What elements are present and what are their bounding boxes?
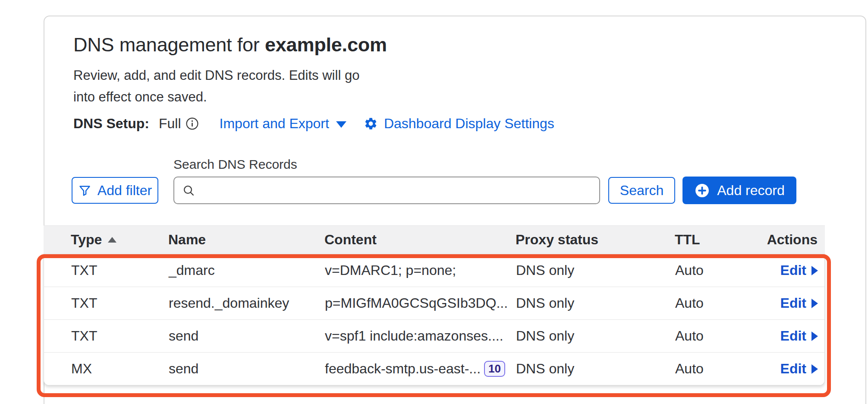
domain-name: example.com (265, 34, 387, 56)
cell-type: MX (44, 361, 169, 377)
cell-ttl: Auto (675, 295, 760, 311)
cell-ttl: Auto (675, 262, 760, 278)
caret-right-icon (811, 331, 818, 341)
table-row-domainkey: TXT resend._domainkey p=MIGfMA0GCSqGSIb3… (44, 287, 824, 319)
column-header-content: Content (324, 232, 516, 248)
page-title: DNS management for example.com (73, 34, 387, 56)
cell-content-text: feedback-smtp.us-east-... (325, 361, 481, 377)
table-row-spf: TXT send v=spf1 include:amazonses.... DN… (44, 319, 824, 352)
cell-proxy-status: DNS only (516, 262, 675, 278)
cell-name: resend._domainkey (169, 295, 325, 311)
cell-proxy-status: DNS only (516, 361, 675, 377)
cell-proxy-status: DNS only (516, 295, 675, 311)
cell-type: TXT (44, 295, 169, 311)
caret-down-icon (336, 121, 346, 128)
table-row-dmarc: TXT _dmarc v=DMARC1; p=none; DNS only Au… (44, 254, 824, 287)
add-filter-button[interactable]: Add filter (72, 177, 158, 204)
column-header-ttl: TTL (675, 232, 760, 248)
caret-right-icon (811, 266, 818, 275)
column-header-type[interactable]: Type (44, 232, 168, 248)
gear-icon (364, 117, 378, 131)
column-header-proxy-status: Proxy status (516, 232, 675, 248)
import-export-button[interactable]: Import and Export (220, 116, 346, 132)
caret-right-icon (811, 299, 818, 308)
sort-ascending-icon (108, 237, 116, 243)
cell-content: feedback-smtp.us-east-... 10 (325, 361, 516, 377)
page-subtitle: Review, add, and edit DNS records. Edits… (73, 65, 367, 108)
cell-ttl: Auto (675, 361, 760, 377)
add-filter-label: Add filter (97, 183, 152, 199)
cell-proxy-status: DNS only (516, 328, 675, 344)
column-header-actions: Actions (760, 232, 829, 248)
edit-label: Edit (780, 262, 806, 278)
edit-label: Edit (780, 361, 806, 377)
cell-ttl: Auto (675, 328, 760, 344)
info-circle-icon[interactable] (186, 117, 199, 130)
mx-priority-badge: 10 (484, 361, 505, 377)
search-button[interactable]: Search (608, 177, 675, 204)
cell-name: _dmarc (169, 262, 325, 278)
dns-records-table: Type Name Content Proxy status TTL Actio… (44, 225, 825, 385)
search-label: Search DNS Records (173, 157, 297, 172)
plus-circle-icon (694, 183, 710, 199)
table-body: TXT _dmarc v=DMARC1; p=none; DNS only Au… (44, 254, 825, 385)
edit-record-button[interactable]: Edit (780, 262, 818, 278)
edit-label: Edit (780, 328, 806, 344)
edit-record-button[interactable]: Edit (780, 328, 818, 344)
dns-setup-value: Full (159, 116, 181, 132)
add-record-label: Add record (717, 183, 785, 199)
edit-record-button[interactable]: Edit (780, 295, 818, 311)
search-button-label: Search (620, 183, 664, 199)
column-header-name: Name (168, 232, 324, 248)
dashboard-display-settings-link[interactable]: Dashboard Display Settings (364, 116, 554, 132)
cell-content: v=spf1 include:amazonses.... (325, 328, 516, 344)
import-export-label: Import and Export (220, 116, 329, 132)
dns-management-card: DNS management for example.com Review, a… (44, 16, 866, 404)
add-record-button[interactable]: Add record (682, 177, 796, 204)
table-header-row: Type Name Content Proxy status TTL Actio… (44, 225, 825, 254)
dns-setup-row: DNS Setup: Full Import and Export Dashbo… (73, 114, 554, 133)
table-row-mx: MX send feedback-smtp.us-east-... 10 DNS… (44, 352, 824, 385)
cell-type: TXT (44, 328, 169, 344)
cell-type: TXT (44, 262, 169, 278)
cell-content: v=DMARC1; p=none; (325, 262, 516, 278)
cell-name: send (169, 328, 325, 344)
caret-right-icon (811, 364, 818, 374)
page-title-prefix: DNS management for (73, 34, 265, 56)
edit-record-button[interactable]: Edit (780, 361, 818, 377)
dashboard-display-settings-label: Dashboard Display Settings (384, 116, 554, 132)
filter-funnel-icon (78, 184, 91, 197)
search-input[interactable] (173, 177, 600, 204)
search-box (173, 177, 600, 204)
dns-setup-label: DNS Setup: (73, 116, 149, 132)
edit-label: Edit (780, 295, 806, 311)
cell-content: p=MIGfMA0GCSqGSIb3DQ... (325, 295, 516, 311)
cell-name: send (169, 361, 325, 377)
